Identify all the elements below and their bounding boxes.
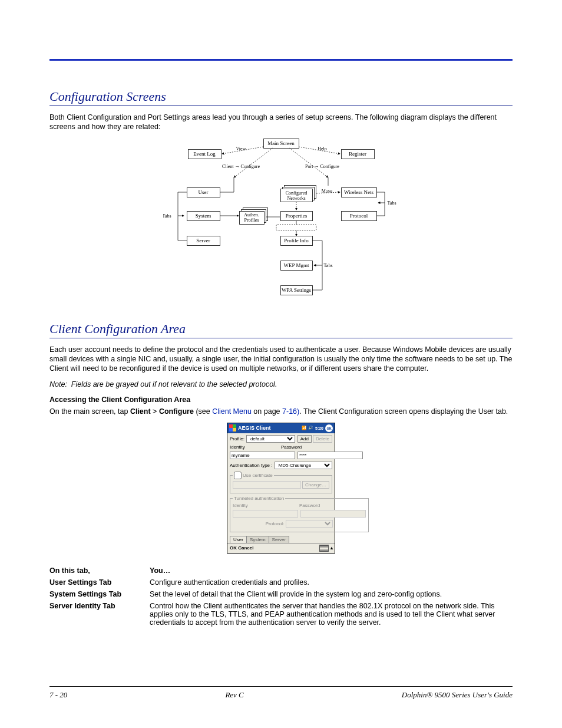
accessing-heading: Accessing the Client Configuration Area: [49, 396, 513, 404]
delete-button: Delete: [313, 435, 332, 443]
identity-label: Identity: [230, 444, 281, 450]
add-button[interactable]: Add: [297, 435, 312, 443]
row-system-name: System Settings Tab: [49, 590, 150, 598]
svg-text:Port → Configure: Port → Configure: [305, 164, 339, 169]
aegis-client-screenshot: AEGIS Client 📶 🔊 5:20 ok Profile: defaul…: [227, 423, 335, 554]
svg-text:Profile Info: Profile Info: [284, 238, 309, 243]
svg-text:System: System: [196, 213, 211, 219]
cert-path-input: [233, 481, 301, 489]
auth-type-label: Authentication type :: [230, 463, 273, 468]
page-footer: 7 - 20 Rev C Dolphin® 9500 Series User's…: [49, 686, 513, 700]
access-para: On the main screen, tap Client > Configu…: [49, 407, 513, 417]
window-title: AEGIS Client: [238, 425, 271, 431]
clock-text: 5:20: [315, 426, 323, 430]
row-user-desc: Configure authentication credentials and…: [150, 578, 513, 587]
password-input[interactable]: [297, 452, 363, 459]
svg-line-13: [289, 148, 328, 177]
svg-text:View: View: [236, 146, 246, 151]
svg-text:Protocol: Protocol: [350, 213, 368, 219]
tab-description-table: On this tab, You… User Settings Tab Conf…: [49, 566, 513, 627]
profile-label: Profile:: [230, 436, 244, 442]
svg-rect-53: [276, 225, 316, 230]
svg-text:Networks: Networks: [287, 196, 305, 201]
row-system-desc: Set the level of detail that the Client …: [150, 590, 513, 598]
screens-diagram: Main Screen Event Log View Register Help…: [163, 139, 399, 304]
use-cert-checkbox[interactable]: [234, 472, 242, 479]
svg-text:Tabs: Tabs: [388, 200, 396, 206]
svg-text:User: User: [199, 189, 209, 195]
client-config-para: Each user account needs to define the pr…: [49, 345, 513, 373]
window-titlebar: AEGIS Client 📶 🔊 5:20 ok: [227, 423, 335, 433]
svg-text:Profiles: Profiles: [244, 218, 259, 223]
svg-text:Client → Configure: Client → Configure: [222, 164, 260, 169]
identity-input[interactable]: [230, 452, 295, 459]
table-header-left: On this tab,: [49, 566, 150, 575]
tunnel-identity-input: [233, 510, 298, 518]
change-button: Change…: [302, 481, 329, 489]
svg-text:Register: Register: [349, 151, 366, 157]
password-label: Password: [281, 444, 332, 450]
header-rule: [49, 59, 513, 61]
heading-client-config-area: Client Configuration Area: [49, 321, 513, 338]
tab-system[interactable]: System: [246, 536, 269, 543]
heading-configuration-screens: Configuration Screens: [49, 89, 513, 106]
svg-text:Server: Server: [196, 238, 210, 243]
svg-text:WPA Settings: WPA Settings: [282, 287, 311, 293]
tunnel-password-input: [300, 510, 366, 518]
svg-text:WEP Mgmt: WEP Mgmt: [284, 262, 309, 268]
up-arrow-icon[interactable]: ▴: [330, 545, 333, 551]
row-server-name: Server Identity Tab: [49, 602, 150, 627]
auth-type-select[interactable]: MD5-Challenge: [275, 462, 333, 469]
table-header-right: You…: [150, 566, 513, 575]
svg-text:Tabs: Tabs: [324, 263, 333, 268]
svg-text:Wireless Nets: Wireless Nets: [344, 189, 373, 195]
svg-text:Event Log: Event Log: [193, 151, 216, 157]
tab-server[interactable]: Server: [269, 536, 290, 543]
keyboard-icon[interactable]: [319, 545, 329, 552]
footer-guide-title: Dolphin® 9500 Series User's Guide: [402, 690, 513, 700]
svg-text:Move: Move: [322, 189, 333, 194]
tunnel-protocol-select: [286, 520, 333, 528]
cancel-button[interactable]: Cancel: [238, 545, 253, 551]
tab-user[interactable]: User: [230, 536, 247, 543]
row-server-desc: Control how the Client authenticates the…: [150, 602, 513, 627]
svg-text:Configured: Configured: [286, 190, 307, 196]
bottom-bar: OK Cancel ▴: [227, 543, 335, 553]
svg-line-12: [234, 148, 273, 177]
client-menu-link[interactable]: Client Menu: [212, 407, 252, 416]
ok-icon[interactable]: ok: [325, 424, 333, 432]
ok-button[interactable]: OK: [230, 545, 237, 551]
footer-revision: Rev C: [225, 690, 243, 700]
footer-page-number: 7 - 20: [49, 690, 67, 700]
svg-text:Main Screen: Main Screen: [267, 140, 295, 146]
row-user-name: User Settings Tab: [49, 578, 150, 587]
svg-text:Authen.: Authen.: [244, 212, 259, 218]
svg-text:Properties: Properties: [286, 213, 308, 219]
signal-icon: 📶 🔊: [302, 426, 313, 430]
tunneled-auth-group: Tunneled authentication Identity Passwor…: [230, 496, 369, 532]
note-text: Note: Fields are be grayed out if not re…: [49, 380, 513, 388]
windows-flag-icon: [229, 424, 236, 431]
intro-para-1: Both Client Configuration and Port Setti…: [49, 113, 513, 131]
svg-text:Tabs: Tabs: [163, 213, 171, 219]
profile-select[interactable]: default: [246, 435, 295, 443]
use-certificate-group: Use certificate Change…: [230, 472, 332, 493]
